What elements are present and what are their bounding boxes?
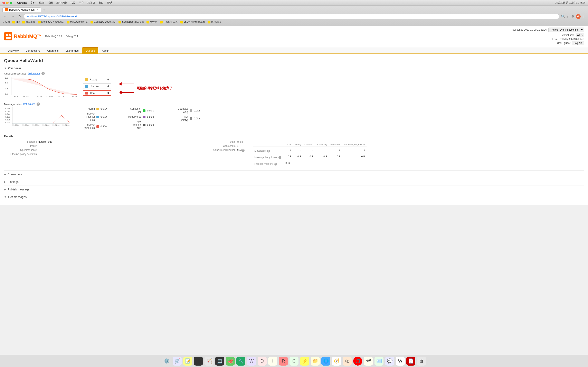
details-title: Details: [4, 135, 584, 138]
get-messages-section[interactable]: ▼ Get messages: [4, 193, 584, 201]
policy-row: Policy: [4, 144, 195, 147]
consumers-header[interactable]: ▶ Consumers: [4, 173, 584, 176]
tab-channels[interactable]: Channels: [44, 47, 62, 54]
address-bar[interactable]: localhost:15672/#/queues/%2F/HelloWorld: [24, 14, 559, 19]
process-memory-help[interactable]: ?: [274, 163, 277, 166]
avatar-icon[interactable]: G: [576, 14, 581, 19]
rate-get-empty-row: Get(empty) 0.00/s: [168, 115, 206, 122]
svg-rect-3: [6, 37, 11, 39]
process-memory-label: Process memory ?: [253, 160, 283, 166]
col-header-persistent: Persistent: [329, 142, 342, 147]
tab-queues[interactable]: Queues: [82, 47, 98, 54]
menu-file[interactable]: 文件: [30, 1, 36, 5]
rates-time-range[interactable]: last minute: [23, 103, 35, 106]
bindings-header[interactable]: ▶ Bindings: [4, 180, 584, 184]
tab-close-button[interactable]: ✕: [36, 8, 38, 11]
cluster-value: rabbit@3eb1187f0bcc: [560, 38, 584, 41]
bookmark-json[interactable]: JSON数据解析工具: [180, 20, 205, 24]
y-label-1.5: 1.5: [5, 77, 8, 79]
total-value: 0: [107, 92, 109, 94]
bookmark-icon[interactable]: ☆: [567, 15, 570, 18]
menu-history[interactable]: 历史记录: [56, 1, 67, 5]
tab-admin[interactable]: Admin: [98, 47, 113, 54]
bookmark-mongodb[interactable]: MongoDB可视化程...: [38, 20, 64, 24]
tab-overview[interactable]: Overview: [4, 47, 22, 54]
bookmark-frontend[interactable]: 前端框架: [22, 20, 35, 24]
tab-connections[interactable]: Connections: [22, 47, 44, 54]
logo: RabbitMQ™: [4, 32, 42, 41]
active-tab[interactable]: RabbitMQ Management ✕: [2, 7, 41, 12]
message-legend: Ready 0 Unacked 0 Total 0: [83, 77, 111, 96]
bookmark-mq[interactable]: MQ: [12, 21, 20, 24]
minimize-button[interactable]: [6, 2, 9, 4]
svg-rect-1: [6, 34, 8, 36]
bookmark-maven[interactable]: Maven: [146, 21, 157, 24]
new-tab-button[interactable]: +: [42, 7, 47, 12]
publish-message-header[interactable]: ▶ Publish message: [4, 188, 584, 191]
messages-transient: 0: [342, 147, 366, 153]
menu-icon[interactable]: ⋮: [582, 15, 586, 18]
settings-icon[interactable]: ⚙: [571, 15, 574, 18]
bindings-section[interactable]: ▶ Bindings: [4, 178, 584, 185]
get-messages-header[interactable]: ▼ Get messages: [4, 195, 584, 199]
folder-icon: [67, 21, 69, 24]
menu-chrome: Chrome: [17, 1, 27, 4]
forward-button[interactable]: →: [10, 14, 16, 19]
redelivered-dot: [143, 116, 145, 118]
overview-section-label: Overview: [8, 67, 21, 70]
menu-user[interactable]: 用户: [79, 1, 84, 5]
get-manual-dot: [143, 124, 145, 126]
rate-get-manual-row: Get(manualack) 0.00/s: [121, 120, 159, 130]
bookmark-mysql[interactable]: MySQL定时任务: [67, 20, 88, 24]
menu-window[interactable]: 窗口: [98, 1, 104, 5]
consumers-section[interactable]: ▶ Consumers: [4, 170, 584, 178]
messages-help[interactable]: ?: [267, 150, 270, 152]
consumers-label: Consumers: [8, 173, 22, 176]
get-manual-value: 0.00/s: [147, 124, 159, 126]
tab-favicon: [5, 8, 8, 11]
body-bytes-help[interactable]: ?: [279, 156, 281, 159]
tab-exchanges[interactable]: Exchanges: [62, 47, 82, 54]
menu-tabs[interactable]: 标签页: [87, 1, 95, 5]
refresh-select[interactable]: Refresh every 5 seconds Refresh every 10…: [548, 28, 584, 32]
stats-table-container: Total Ready Unacked In memory Persistent…: [253, 141, 366, 166]
rates-text: Message rates: [4, 103, 21, 106]
user-label: User: [557, 42, 562, 44]
ry-6: 0.0 /s: [5, 122, 10, 124]
details-left: Features durable: true Policy Operator p…: [4, 141, 195, 166]
publish-message-label: Publish message: [8, 188, 29, 191]
search-icon[interactable]: 🔍: [561, 15, 565, 18]
utilisation-help[interactable]: ?: [241, 149, 245, 152]
back-button[interactable]: ←: [2, 14, 8, 19]
bookmark-gauss[interactable]: GaussDB 200单机...: [91, 20, 116, 24]
maximize-button[interactable]: [10, 2, 12, 4]
user-row: User guest Log out: [512, 41, 584, 45]
queued-time-range[interactable]: last minute: [28, 72, 40, 75]
menu-view[interactable]: 视图: [48, 1, 53, 5]
vhost-row: Virtual host All: [512, 33, 584, 37]
bookmark-draw[interactable]: 在线绘图工具: [160, 20, 178, 24]
bookmark-springboot[interactable]: SpringBoot相关文章: [119, 20, 144, 24]
refresh-button[interactable]: ↻: [17, 14, 22, 19]
bookmark-apps[interactable]: ⠿ 应用: [2, 20, 10, 24]
vhost-select[interactable]: All: [576, 33, 584, 37]
bookmark-mailbox[interactable]: 虎脱邮箱: [208, 20, 221, 24]
overview-section-header[interactable]: ▼ Overview: [4, 67, 584, 70]
close-button[interactable]: [2, 2, 5, 4]
rates-help-button[interactable]: ?: [37, 102, 40, 106]
traffic-lights[interactable]: [2, 2, 12, 4]
menu-bookmarks[interactable]: 书签: [70, 1, 75, 5]
arrow-ready: [119, 81, 136, 87]
publish-message-section[interactable]: ▶ Publish message: [4, 185, 584, 193]
logout-button[interactable]: Log out: [572, 41, 584, 45]
body-bytes-transient: 0 B: [342, 153, 366, 160]
deliver-manual-value: 0.00/s: [101, 116, 113, 118]
queued-help-button[interactable]: ?: [42, 72, 45, 75]
refreshed-text: Refreshed 2020-10-20 11:31:26: [512, 28, 547, 31]
menu-help[interactable]: 帮助: [107, 1, 112, 5]
ry-3: 0.2 /s: [5, 113, 10, 115]
queued-messages-section: Queued messages last minute ? 1.5 1.0 0.…: [4, 72, 584, 98]
menu-edit[interactable]: 编辑: [39, 1, 44, 5]
get-auto-dot: [190, 109, 192, 112]
features-key: Features: [4, 141, 37, 143]
